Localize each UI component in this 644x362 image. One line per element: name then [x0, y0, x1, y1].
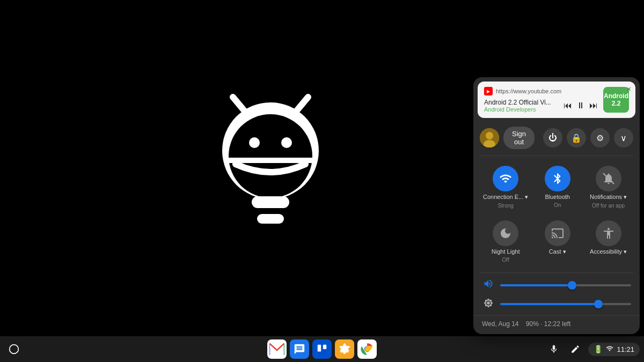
brightness-icon: [482, 298, 495, 310]
cast-label: Cast ▾: [549, 248, 566, 255]
media-thumbnail: Android2.2: [603, 87, 629, 113]
media-title: Android 2.2 Official Vi...: [484, 99, 554, 106]
android-logo: [195, 81, 346, 263]
taskbar-right: 🔋 11:21: [545, 341, 640, 358]
cast-toggle[interactable]: Cast ▾: [532, 215, 582, 268]
volume-track[interactable]: [500, 284, 631, 286]
night-light-sublabel: Off: [502, 257, 509, 263]
bluetooth-label: Bluetooth: [545, 194, 569, 200]
media-url: https://www.youtube.com: [496, 88, 598, 94]
bluetooth-sublabel: On: [554, 202, 561, 208]
youtube-favicon: ▶: [484, 87, 493, 95]
svg-rect-7: [252, 196, 289, 208]
user-row: Sign out ⏻ 🔒 ⚙ ∨: [473, 122, 640, 153]
launcher-button[interactable]: [4, 339, 24, 359]
svg-point-13: [10, 345, 19, 354]
notifications-icon: [596, 166, 621, 191]
notifications-sublabel: Off for an app: [592, 203, 625, 209]
svg-point-5: [281, 137, 292, 148]
notifications-toggle[interactable]: Notifications ▾ Off for an app: [583, 160, 633, 214]
brightness-slider-row: [473, 295, 640, 313]
svg-point-3: [229, 114, 312, 198]
connection-icon: [493, 166, 518, 191]
taskbar-left: [4, 339, 24, 359]
settings-button[interactable]: ⚙: [590, 128, 610, 147]
quick-settings-panel: ▶ https://www.youtube.com Android 2.2 Of…: [473, 77, 640, 334]
battery-icon: 🔋: [594, 345, 603, 353]
cast-icon: [545, 220, 570, 246]
connection-label: Connection E... ▾: [483, 194, 528, 201]
stylus-button[interactable]: [567, 341, 584, 358]
battery-label: 90% · 12:22 left: [526, 320, 570, 328]
connection-sublabel: Strong: [497, 203, 513, 209]
night-light-icon: [493, 220, 518, 246]
brightness-track[interactable]: [500, 303, 631, 305]
sign-out-button[interactable]: Sign out: [503, 127, 535, 149]
connection-toggle[interactable]: Connection E... ▾ Strong: [480, 160, 531, 214]
expand-button[interactable]: ∨: [614, 128, 633, 147]
accessibility-icon: [596, 220, 621, 246]
status-row: Wed, Aug 14 90% · 12:22 left: [473, 315, 640, 334]
divider-1: [480, 156, 633, 156]
night-light-label: Night Light: [492, 248, 520, 255]
toggle-grid: Connection E... ▾ Strong Bluetooth On: [473, 158, 640, 270]
notifications-label: Notifications ▾: [590, 194, 627, 201]
taskbar-center: [267, 339, 377, 359]
settings-app-icon[interactable]: [335, 339, 354, 359]
date-label: Wed, Aug 14: [482, 320, 519, 328]
trello-app-icon[interactable]: [312, 339, 332, 359]
lock-button[interactable]: 🔒: [567, 128, 586, 147]
media-close-button[interactable]: ×: [627, 85, 631, 93]
media-card: ▶ https://www.youtube.com Android 2.2 Of…: [478, 82, 635, 118]
volume-icon: [482, 278, 495, 292]
microphone-button[interactable]: [545, 341, 562, 358]
chat-app-icon[interactable]: [290, 339, 309, 359]
gmail-app-icon[interactable]: [267, 339, 287, 359]
svg-rect-8: [257, 214, 284, 224]
svg-rect-18: [323, 345, 326, 349]
media-artist: Android Developers: [484, 106, 559, 113]
volume-slider-row: [473, 275, 640, 295]
svg-point-4: [249, 137, 260, 148]
system-tray[interactable]: 🔋 11:21: [588, 343, 640, 356]
chrome-app-icon[interactable]: [357, 339, 377, 359]
user-avatar[interactable]: [480, 128, 499, 147]
svg-point-19: [343, 348, 346, 351]
night-light-toggle[interactable]: Night Light Off: [480, 215, 531, 268]
media-prev-button[interactable]: ⏮: [564, 101, 572, 110]
svg-rect-17: [318, 345, 321, 352]
svg-point-10: [486, 132, 493, 139]
accessibility-toggle[interactable]: Accessibility ▾: [583, 215, 633, 268]
media-pause-button[interactable]: ⏸: [576, 101, 585, 110]
divider-2: [480, 272, 633, 273]
media-controls: ⏮ ⏸ ⏭: [564, 101, 598, 110]
clock: 11:21: [617, 345, 634, 353]
power-button[interactable]: ⏻: [543, 128, 562, 147]
wifi-tray-icon: [606, 345, 613, 354]
media-next-button[interactable]: ⏭: [589, 101, 598, 110]
bluetooth-icon: [545, 166, 570, 191]
accessibility-label: Accessibility ▾: [590, 248, 627, 255]
bluetooth-toggle[interactable]: Bluetooth On: [532, 160, 582, 214]
desktop: ▶ https://www.youtube.com Android 2.2 Of…: [0, 0, 644, 362]
taskbar: 🔋 11:21: [0, 336, 644, 362]
